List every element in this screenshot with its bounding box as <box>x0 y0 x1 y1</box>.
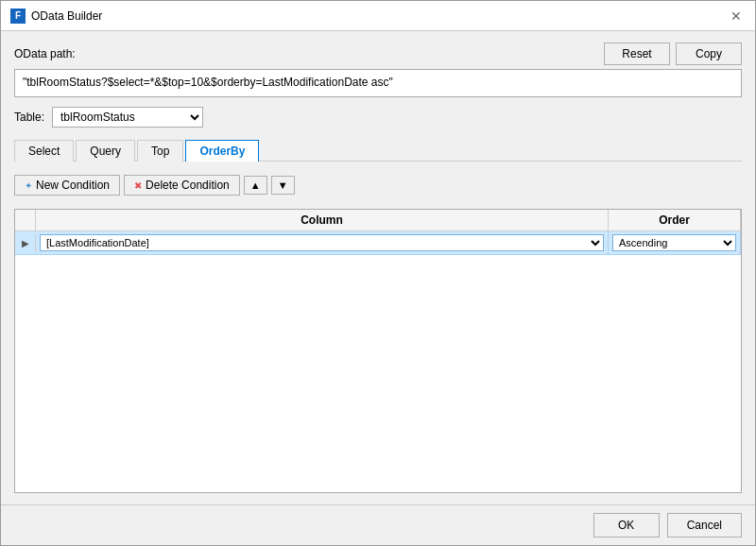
orderby-grid: Column Order ▶ [LastModificationDate] As… <box>14 209 742 493</box>
tabs-bar: Select Query Top OrderBy <box>14 139 742 162</box>
reset-button[interactable]: Reset <box>604 43 670 65</box>
row-indicator-header <box>15 210 36 230</box>
tab-orderby[interactable]: OrderBy <box>185 140 259 162</box>
new-condition-icon <box>25 179 32 192</box>
row-indicator: ▶ <box>15 234 36 252</box>
table-select[interactable]: tblRoomStatus <box>52 107 203 128</box>
tab-top[interactable]: Top <box>137 140 183 162</box>
new-condition-button[interactable]: New Condition <box>14 175 120 196</box>
dialog-title: OData Builder <box>31 9 102 23</box>
odata-path-label: OData path: <box>14 47 76 60</box>
column-cell[interactable]: [LastModificationDate] <box>36 231 609 254</box>
dialog-content: OData path: Reset Copy "tblRoomStatus?$s… <box>1 31 755 504</box>
odata-builder-dialog: F OData Builder ✕ OData path: Reset Copy… <box>0 0 756 546</box>
order-cell[interactable]: Ascending Descending <box>609 231 741 254</box>
table-row: ▶ [LastModificationDate] Ascending Desce… <box>15 231 741 255</box>
grid-header: Column Order <box>15 210 741 231</box>
odata-path-section: OData path: Reset Copy "tblRoomStatus?$s… <box>14 43 742 97</box>
title-bar-left: F OData Builder <box>10 9 102 24</box>
odata-path-value: "tblRoomStatus?$select=*&$top=10&$orderb… <box>14 69 742 97</box>
title-bar: F OData Builder ✕ <box>1 1 755 31</box>
delete-condition-icon <box>134 179 142 192</box>
odata-path-header: OData path: Reset Copy <box>14 43 742 65</box>
order-header: Order <box>609 210 741 230</box>
tab-query[interactable]: Query <box>76 140 135 162</box>
delete-condition-button[interactable]: Delete Condition <box>124 175 240 196</box>
ok-button[interactable]: OK <box>593 513 660 537</box>
table-label: Table: <box>14 111 44 124</box>
column-header: Column <box>36 210 609 230</box>
move-up-button[interactable]: ▲ <box>244 176 267 195</box>
dialog-footer: OK Cancel <box>1 504 755 545</box>
column-select[interactable]: [LastModificationDate] <box>40 234 604 251</box>
app-icon: F <box>10 9 26 24</box>
tab-select[interactable]: Select <box>14 140 74 162</box>
order-select[interactable]: Ascending Descending <box>612 234 736 251</box>
condition-toolbar: New Condition Delete Condition ▲ ▼ <box>14 171 742 199</box>
table-row: Table: tblRoomStatus <box>14 107 742 128</box>
close-button[interactable]: ✕ <box>727 7 746 26</box>
cancel-button[interactable]: Cancel <box>667 513 742 537</box>
odata-path-buttons: Reset Copy <box>604 43 742 65</box>
move-down-button[interactable]: ▼ <box>271 176 295 195</box>
copy-button[interactable]: Copy <box>676 43 742 65</box>
grid-body: ▶ [LastModificationDate] Ascending Desce… <box>15 231 741 492</box>
